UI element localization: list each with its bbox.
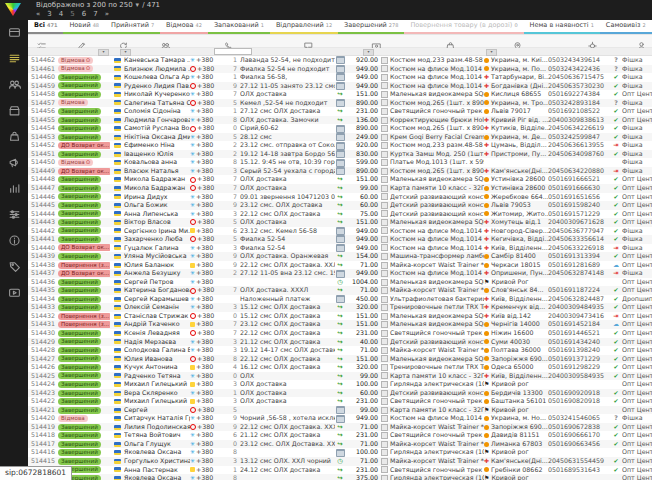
customer-name[interactable]: Кошелева Ольга Ар... [124, 73, 190, 82]
ttn-number[interactable]: 0501691452184 [548, 320, 610, 329]
ttn-number[interactable]: 20450631554459 [548, 457, 610, 466]
status-badge[interactable]: Завершений [58, 176, 101, 183]
customer-name[interactable]: Каневська Тамара ... [124, 56, 190, 65]
table-row[interactable]: 514433ЗавершенийОлексій Семанін✳+380315.… [28, 303, 652, 312]
table-row[interactable]: 514417ЗавершенийОльга Глущук✳+380023.12 … [28, 440, 652, 449]
status-badge[interactable]: Завершений [58, 151, 101, 158]
table-row[interactable]: 514430ЗавершенийКсенія Левадняя+380722.1… [28, 329, 652, 338]
ttn-number[interactable]: 0501691666630 [548, 184, 610, 193]
phone-icon[interactable] [223, 36, 235, 46]
phone-cell[interactable]: ✳+380 [190, 372, 230, 381]
phone-cell[interactable]: ✳+380 [190, 474, 230, 480]
phone-cell[interactable]: +380 [190, 329, 230, 338]
phone-cell[interactable]: ✳+380 [190, 389, 230, 398]
customer-name[interactable]: Лилия Подолинская [124, 423, 190, 432]
tab-Відмова[interactable]: Відмова42 [160, 20, 208, 34]
status-badge[interactable]: Завершений [58, 287, 101, 294]
ttn-number[interactable]: 20400309473416 [548, 312, 610, 321]
table-row[interactable]: 514427ЗавершенийЮлия Иванова+380822.12 с… [28, 355, 652, 364]
customer-name[interactable]: Юлия Иванова [124, 355, 190, 364]
table-row[interactable]: 514442ЗавершенийСергієнко Ірина Ми...+38… [28, 227, 652, 236]
phone-cell[interactable]: ✳+380 [190, 150, 230, 159]
location-icon[interactable] [512, 36, 524, 46]
ttn-number[interactable]: 0501691651656 [548, 193, 610, 202]
status-badge[interactable]: ДО Возврат ок... [58, 244, 110, 251]
customer-name[interactable]: Ковальова анна [124, 158, 190, 167]
status-badge[interactable]: Завершений [58, 441, 101, 448]
status-badge[interactable]: Завершений [58, 253, 101, 260]
customers-icon[interactable] [160, 36, 172, 46]
chevron-down-icon[interactable]: ▾ [136, 1, 140, 9]
table-row[interactable]: 514429ЗавершенийНадія Мерзаєва✳+380321.1… [28, 338, 652, 347]
tab-Прийнятий[interactable]: Прийнятий7 [105, 20, 160, 34]
table-row[interactable]: 514448ЗавершенийМикола Бадражан+3807ОЛХ … [28, 175, 652, 184]
checklist-icon[interactable] [36, 36, 48, 46]
ttn-number[interactable]: 0501691398240 [548, 346, 610, 355]
pager-page-7[interactable]: 7 [93, 10, 97, 18]
status-badge[interactable]: Повернення (з... [58, 321, 110, 328]
phone-cell[interactable]: ✳+380 [190, 244, 230, 253]
ttn-number[interactable]: 0503243439614 [548, 56, 610, 65]
status-badge[interactable]: Завершений [58, 347, 101, 354]
table-row[interactable]: 514445ЗавершенийОльга Божик✳+380923.12 с… [28, 201, 652, 210]
phone-cell[interactable]: +380 [190, 380, 230, 389]
customer-name[interactable]: Радченко Тетяна [124, 372, 190, 381]
status-badge[interactable]: Завершений [58, 296, 101, 303]
pager-page-4[interactable]: 4 [59, 10, 63, 18]
table-row[interactable]: 514449ДО Возврат ок...Власюк Наталья✳+38… [28, 167, 652, 176]
table-row[interactable]: 514435ЗавершенийКатерина Богданова+3807О… [28, 286, 652, 295]
table-row[interactable]: 514437ДО Возврат ок...Анжела Безушку✳+38… [28, 269, 652, 278]
status-badge[interactable]: Завершений [58, 390, 101, 397]
customer-name[interactable]: Ольга Божик [124, 201, 190, 210]
pager-page-6[interactable]: 6 [82, 10, 86, 18]
table-row[interactable]: 514459ЗавершенийРуденко Лидия Пав...+380… [28, 82, 652, 91]
status-badge[interactable]: Завершений [58, 108, 101, 115]
ttn-number[interactable]: 0503241546065 [548, 414, 610, 423]
table-row[interactable]: 514432Повернення (з...Станіслав Стрижак+… [28, 312, 652, 321]
phone-cell[interactable]: +380 [190, 261, 230, 270]
phone-cell[interactable]: ✳+380 [190, 193, 230, 202]
pager-page-5[interactable]: 5 [70, 10, 74, 18]
ttn-number[interactable]: 20450632824487 [548, 295, 610, 304]
ttn-number[interactable]: 0501691434240 [548, 338, 610, 347]
customer-name[interactable]: Ситарчук Наталія Гр... [124, 414, 190, 423]
customer-name[interactable]: Яковлева Оксана [124, 448, 190, 457]
tab-Нема в наявності[interactable]: Нема в наявності1 [524, 20, 600, 34]
customer-name[interactable]: Яковлева Оксана [124, 474, 190, 480]
status-badge[interactable]: Завершений [58, 236, 101, 243]
table-row[interactable]: 514425ЗавершенийРадченко Тетяна✳+3800ОЛХ… [28, 372, 652, 381]
status-badge[interactable]: Завершений [58, 338, 101, 345]
sidebar-item-purchases[interactable] [0, 124, 28, 150]
phone-cell[interactable]: ✳+380 [190, 440, 230, 449]
customer-name[interactable]: Віктор Власов [124, 218, 190, 227]
table-row[interactable]: 514414ЗавершенийАнна Пастернак+380124.12… [28, 466, 652, 475]
customer-name[interactable]: Сергей [124, 406, 190, 415]
sidebar-item-store[interactable] [0, 98, 28, 124]
pager-last-button[interactable]: » [105, 10, 109, 18]
table-row[interactable]: 514440ДО Возврат ок...Гуцалюк Галина✳+38… [28, 244, 652, 253]
ttn-number[interactable]: 20400309584935 [548, 372, 610, 381]
customer-name[interactable]: Анна Пастернак [124, 466, 190, 475]
phone-cell[interactable]: +380 [190, 227, 230, 236]
phone-cell[interactable]: ✳+380 [190, 116, 230, 125]
table-row[interactable]: 514451ЗавершенийІващенко Юлія✳+380219.12… [28, 150, 652, 159]
phone-cell[interactable]: +380 [190, 406, 230, 415]
customer-name[interactable]: Ольга Глущук [124, 440, 190, 449]
filter-select-1[interactable]: ▾ [120, 49, 131, 56]
ttn-number[interactable]: 20450633356614 [548, 235, 610, 244]
customer-name[interactable]: Салегина Татьяна С... [124, 99, 190, 108]
customer-name[interactable]: Уляна Мусійовська [124, 252, 190, 261]
status-badge[interactable]: Завершений [58, 91, 101, 98]
phone-cell[interactable]: +380 [190, 397, 230, 406]
customer-name[interactable]: Микола Бадражан [124, 184, 190, 193]
table-row[interactable]: 514444ЗавершенийАнна Липенська✳+380322.1… [28, 210, 652, 219]
customer-name[interactable]: Захарченко Люба [124, 235, 190, 244]
table-row[interactable]: 514455ЗавершенийЛюдмила Гончарова✳+3808О… [28, 116, 652, 125]
ttn-number[interactable]: 20450634226619 [548, 124, 610, 133]
app-logo[interactable] [5, 3, 21, 16]
status-badge[interactable]: Завершений [58, 74, 101, 81]
tracking-icon[interactable] [587, 36, 599, 46]
tab-Завершений[interactable]: Завершений278 [338, 20, 404, 34]
ttn-number[interactable]: 20450634098760 [548, 150, 610, 159]
phone-cell[interactable]: +380 [190, 363, 230, 372]
